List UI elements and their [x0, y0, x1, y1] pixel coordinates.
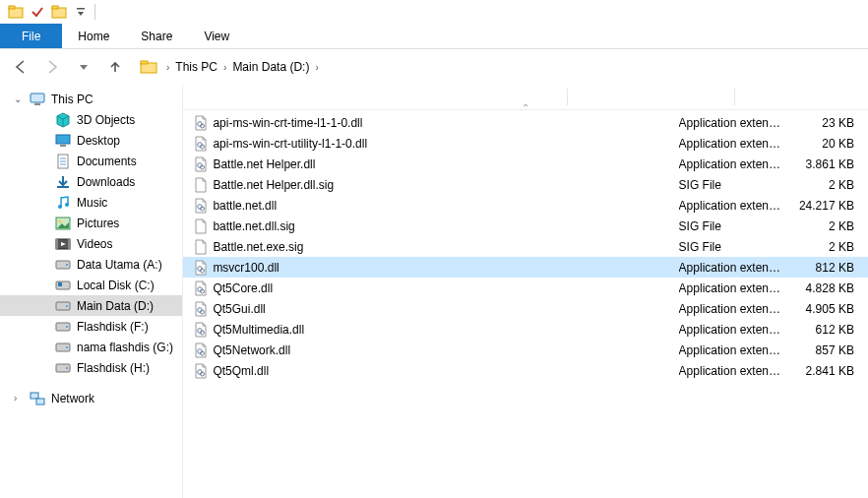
file-type: Application exten… [679, 199, 795, 213]
tree-label: This PC [51, 93, 93, 106]
svg-rect-13 [56, 135, 70, 144]
tree-item[interactable]: 3D Objects [0, 109, 182, 130]
file-row[interactable]: api-ms-win-crt-time-l1-1-0.dllApplicatio… [183, 112, 868, 133]
tree-item[interactable]: nama flashdis (G:) [0, 337, 182, 357]
nav-forward-button[interactable] [39, 54, 65, 80]
svg-rect-3 [52, 6, 58, 9]
videos-icon [55, 236, 71, 252]
file-row[interactable]: Battle.net Helper.dllApplication exten…3… [183, 154, 868, 174]
drive-win-icon [55, 278, 71, 293]
breadcrumb-sep-icon[interactable]: › [219, 62, 230, 73]
qat-newfolder-icon[interactable] [49, 2, 69, 22]
column-headers[interactable]: ⌃ [183, 85, 868, 110]
file-size: 812 KB [795, 261, 868, 275]
tab-view[interactable]: View [188, 24, 245, 48]
tab-file[interactable]: File [0, 24, 62, 48]
file-name: Battle.net Helper.dll.sig [213, 178, 535, 192]
tree-item[interactable]: Local Disk (C:) [0, 275, 182, 295]
breadcrumb-this-pc[interactable]: This PC [173, 58, 219, 76]
drive-icon [55, 257, 71, 273]
file-row[interactable]: battle.net.dllApplication exten…24.217 K… [183, 195, 868, 216]
svg-marker-5 [78, 12, 84, 16]
file-size: 4.828 KB [795, 281, 868, 295]
file-row[interactable]: Battle.net Helper.dll.sigSIG File2 KB [183, 174, 868, 195]
file-name: Qt5Qml.dll [213, 364, 535, 378]
tree-label: Music [77, 196, 107, 210]
tree-item[interactable]: Flashdisk (F:) [0, 316, 182, 337]
file-type: Application exten… [679, 157, 795, 171]
svg-rect-10 [34, 103, 40, 105]
tree-item[interactable]: Videos [0, 233, 182, 254]
file-icon [193, 363, 209, 379]
file-type: Application exten… [679, 281, 795, 295]
file-name: battle.net.dll.sig [213, 219, 535, 233]
tree-item[interactable]: Main Data (D:) [0, 295, 182, 316]
tab-home[interactable]: Home [62, 24, 125, 48]
column-separator[interactable] [567, 89, 568, 105]
address-bar[interactable]: › This PC › Main Data (D:) › [134, 55, 328, 79]
file-name: Qt5Gui.dll [213, 302, 535, 316]
file-size: 2 KB [795, 178, 868, 192]
svg-rect-31 [58, 282, 62, 286]
file-name: Qt5Multimedia.dll [213, 323, 535, 337]
tree-network[interactable]: › Network [0, 388, 182, 408]
svg-rect-41 [36, 399, 44, 405]
file-row[interactable]: api-ms-win-crt-utility-l1-1-0.dllApplica… [183, 133, 868, 154]
file-row[interactable]: battle.net.dll.sigSIG File2 KB [183, 216, 868, 236]
tab-share[interactable]: Share [125, 24, 188, 48]
tree-label: Videos [77, 237, 112, 251]
file-name: msvcr100.dll [213, 261, 535, 275]
file-icon [193, 280, 209, 296]
tree-label: Local Disk (C:) [77, 279, 155, 292]
qat-explorer-icon[interactable] [6, 2, 26, 22]
nav-recent-dropdown-icon[interactable] [71, 54, 96, 80]
file-row[interactable]: Qt5Core.dllApplication exten…4.828 KB [183, 278, 868, 298]
file-list: api-ms-win-crt-time-l1-1-0.dllApplicatio… [183, 110, 868, 383]
qat-properties-icon[interactable] [28, 2, 47, 22]
tree-item[interactable]: Music [0, 192, 182, 213]
qat-customize-dropdown-icon[interactable] [71, 2, 91, 22]
tree-label: Main Data (D:) [77, 299, 154, 313]
file-row[interactable]: Qt5Multimedia.dllApplication exten…612 K… [183, 319, 868, 340]
file-name: api-ms-win-crt-time-l1-1-0.dll [213, 116, 535, 130]
svg-point-29 [66, 264, 68, 266]
tree-this-pc[interactable]: ⌄ This PC [0, 89, 182, 109]
tree-item[interactable]: Documents [0, 151, 182, 171]
svg-point-33 [66, 305, 68, 307]
file-icon [193, 115, 209, 131]
svg-rect-26 [68, 239, 70, 249]
tree-label: Network [51, 392, 94, 405]
file-type: Application exten… [679, 343, 795, 357]
tree-item[interactable]: Data Utama (A:) [0, 254, 182, 275]
quick-access-toolbar [0, 0, 868, 24]
nav-back-button[interactable] [8, 54, 33, 80]
file-name: api-ms-win-crt-utility-l1-1-0.dll [213, 137, 535, 151]
tree-item[interactable]: Desktop [0, 130, 182, 151]
tree-item[interactable]: Flashdisk (H:) [0, 357, 182, 378]
breadcrumb-sep-icon[interactable]: › [311, 62, 322, 73]
svg-rect-40 [31, 393, 38, 399]
file-icon [193, 177, 209, 193]
tree-item[interactable]: Downloads [0, 171, 182, 192]
tree-label: 3D Objects [77, 113, 135, 127]
column-separator[interactable] [734, 89, 735, 105]
file-row[interactable]: Qt5Gui.dllApplication exten…4.905 KB [183, 298, 868, 319]
file-row[interactable]: msvcr100.dllApplication exten…812 KB [183, 257, 868, 278]
file-row[interactable]: Qt5Qml.dllApplication exten…2.841 KB [183, 360, 868, 381]
file-type: SIG File [679, 240, 795, 254]
expand-caret-icon[interactable]: › [14, 393, 24, 404]
nav-up-button[interactable] [102, 54, 128, 80]
breadcrumb-sep-icon[interactable]: › [162, 62, 173, 73]
breadcrumb-main-data[interactable]: Main Data (D:) [230, 58, 311, 76]
svg-rect-19 [57, 186, 69, 188]
svg-rect-25 [56, 239, 58, 249]
navigation-bar: › This PC › Main Data (D:) › [0, 49, 868, 85]
file-row[interactable]: Qt5Network.dllApplication exten…857 KB [183, 340, 868, 360]
tree-item[interactable]: Pictures [0, 213, 182, 233]
svg-point-20 [58, 205, 62, 209]
file-row[interactable]: Battle.net.exe.sigSIG File2 KB [183, 236, 868, 257]
tree-label: nama flashdis (G:) [77, 341, 173, 354]
file-size: 857 KB [795, 343, 868, 357]
drive-icon [55, 360, 71, 376]
expand-caret-icon[interactable]: ⌄ [14, 93, 24, 104]
